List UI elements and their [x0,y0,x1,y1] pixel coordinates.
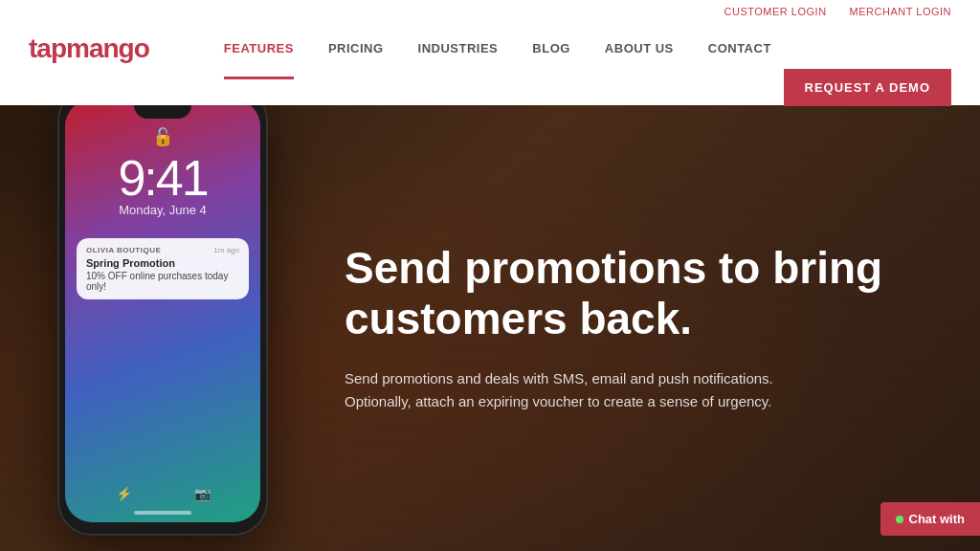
nav-pricing[interactable]: PRICING [311,17,401,79]
notification-app-name: OLIVIA BOUTIQUE [86,246,161,254]
phone-notch [134,105,191,119]
phone-frame: 🔓 9:41 Monday, June 4 OLIVIA BOUTIQUE 1m… [57,105,268,536]
header: CUSTOMER LOGIN MERCHANT LOGIN tapmango F… [0,0,980,105]
lock-icon: 🔓 [152,126,173,147]
nav-contact[interactable]: CONTACT [691,17,789,79]
notification-title: Spring Promotion [86,257,239,269]
chat-online-indicator [896,516,903,523]
phone-home-bar [134,511,191,515]
nav-industries[interactable]: INDUSTRIES [401,17,516,79]
hero-content: Send promotions to bring customers back.… [345,243,900,413]
nav-blog[interactable]: BLOG [515,17,588,79]
customer-login-link[interactable]: CUSTOMER LOGIN [724,6,827,17]
notification-time: 1m ago [213,246,239,254]
nav-about[interactable]: ABOUT US [588,17,691,79]
merchant-login-link[interactable]: MERCHANT LOGIN [850,6,951,17]
nav-features[interactable]: FEATURES [207,17,311,79]
request-demo-button[interactable]: REQUEST A DEMO [784,69,952,106]
phone-time: 9:41 [65,149,260,207]
phone-bottom-icons: ⚡ 📷 [65,486,260,501]
phone-notification: OLIVIA BOUTIQUE 1m ago Spring Promotion … [77,238,249,299]
notification-header: OLIVIA BOUTIQUE 1m ago [86,246,239,254]
flashlight-icon: ⚡ [116,486,132,501]
notification-body: 10% OFF online purchases today only! [86,271,239,292]
phone-mockup: 🔓 9:41 Monday, June 4 OLIVIA BOUTIQUE 1m… [29,105,297,551]
hero-section: 🔓 9:41 Monday, June 4 OLIVIA BOUTIQUE 1m… [0,105,980,551]
phone-date: Monday, June 4 [65,203,260,217]
logo[interactable]: tapmango [29,33,149,64]
phone-screen: 🔓 9:41 Monday, June 4 OLIVIA BOUTIQUE 1m… [65,105,260,522]
main-nav: FEATURES PRICING INDUSTRIES BLOG ABOUT U… [207,17,789,79]
chat-label: Chat with [909,512,966,526]
camera-icon: 📷 [194,486,211,501]
top-bar: CUSTOMER LOGIN MERCHANT LOGIN [0,0,980,17]
hero-heading: Send promotions to bring customers back. [345,243,900,344]
hero-subtext: Send promotions and deals with SMS, emai… [345,367,785,413]
chat-button[interactable]: Chat with [880,502,981,536]
